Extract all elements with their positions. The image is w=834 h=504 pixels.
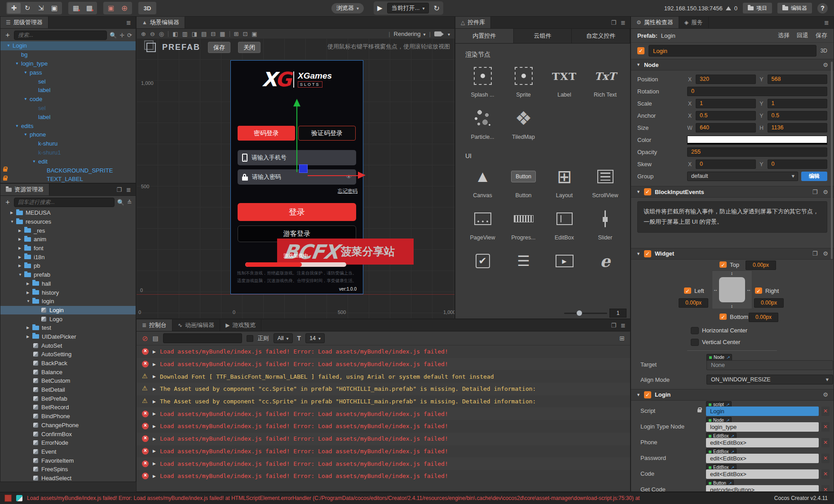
expand-arrow-icon[interactable] xyxy=(15,124,21,128)
expand-arrow-icon[interactable]: ▶ xyxy=(153,387,156,391)
lock-icon[interactable] xyxy=(3,177,7,181)
expand-arrow-icon[interactable] xyxy=(18,237,24,241)
asset-row[interactable]: BackPack xyxy=(0,359,136,368)
expand-arrow-icon[interactable]: ▶ xyxy=(153,424,156,429)
panel-menu-icon[interactable]: ≣ xyxy=(621,322,626,329)
asset-row[interactable]: history xyxy=(0,288,136,297)
panel-menu-icon[interactable]: ≣ xyxy=(824,19,829,26)
prefab-close-button[interactable]: 关闭 xyxy=(238,42,260,53)
tab-properties[interactable]: ⚙属性检查器 xyxy=(631,17,679,28)
gear-icon[interactable]: ⚙ xyxy=(823,189,828,195)
gizmo-x-arrow-icon[interactable] xyxy=(358,172,366,179)
size-h-field[interactable]: 1136 xyxy=(768,123,828,133)
assets-search-input[interactable] xyxy=(14,198,115,207)
scene-tool-icon[interactable] xyxy=(201,31,207,37)
widget-bottom-checkbox[interactable] xyxy=(719,314,727,320)
compile-status-icon[interactable] xyxy=(16,495,22,501)
library-widget-item[interactable]: Splash ... xyxy=(463,64,502,98)
search-icon[interactable]: 🔍 xyxy=(110,32,117,39)
font-size-dropdown[interactable]: 14 xyxy=(305,333,325,343)
inspector-scrollbar[interactable] xyxy=(831,62,833,259)
console-log-row[interactable]: ▶ Load assets/myBundle/index.js failed! … xyxy=(137,445,630,458)
asset-row[interactable]: _res xyxy=(0,226,136,235)
expand-arrow-icon[interactable]: ▶ xyxy=(153,474,156,478)
library-widget-item[interactable]: ScrollView xyxy=(586,165,624,199)
regex-checkbox[interactable] xyxy=(247,335,253,342)
create-node-button[interactable]: ＋ xyxy=(4,31,11,40)
expand-arrow-icon[interactable]: ▶ xyxy=(153,374,156,379)
property-value-field[interactable]: getcode<Button> xyxy=(706,485,819,492)
expand-arrow-icon[interactable] xyxy=(24,133,30,137)
library-widget-item[interactable]: TiledMap xyxy=(504,106,543,141)
transform-tool-button[interactable] xyxy=(48,3,61,13)
node-active-checkbox[interactable] xyxy=(637,47,644,54)
expand-arrow-icon[interactable] xyxy=(10,220,16,224)
console-log-row[interactable]: ▶ Load assets/myBundle/index.js failed! … xyxy=(137,407,630,420)
library-widget-item[interactable] xyxy=(586,249,624,283)
library-widget-item[interactable] xyxy=(504,249,543,283)
scene-canvas[interactable]: PREFAB 保存 关闭 使用鼠标右键平移视窗焦点，使用滚轮缩放视图 1,000… xyxy=(137,38,455,318)
expand-arrow-icon[interactable] xyxy=(26,291,32,295)
hierarchy-node-row[interactable]: k-shuru xyxy=(0,139,136,148)
expand-arrow-icon[interactable] xyxy=(18,246,24,250)
smscode-login-tab-button[interactable]: 验证码登录 xyxy=(298,126,356,141)
asset-row[interactable]: resources xyxy=(0,217,136,226)
scene-tool-icon[interactable] xyxy=(229,31,230,37)
color-swatch[interactable] xyxy=(687,136,827,145)
asset-row[interactable]: login xyxy=(0,297,136,306)
property-value-field[interactable]: edit<EditBox> xyxy=(706,438,819,447)
expand-arrow-icon[interactable] xyxy=(26,299,32,303)
console-log-row[interactable]: ▶ Load assets/myBundle/index.js failed! … xyxy=(137,420,630,433)
asset-row[interactable]: i18n xyxy=(0,252,136,261)
console-status-icon[interactable] xyxy=(4,495,12,502)
forgot-password-link[interactable]: 忘记密码 xyxy=(338,188,357,195)
hierarchy-node-row[interactable]: sel xyxy=(0,77,136,86)
console-log-row[interactable]: ▶ Load assets/myBundle/index.js failed! … xyxy=(137,433,630,445)
library-widget-item[interactable] xyxy=(463,249,502,283)
expand-arrow-icon[interactable] xyxy=(32,159,38,164)
lock-icon[interactable] xyxy=(3,168,7,172)
asset-row[interactable]: hall xyxy=(0,279,136,288)
tab-animation-editor[interactable]: ∿动画编辑器 xyxy=(172,319,220,331)
clear-value-icon[interactable]: ✕ xyxy=(821,485,830,492)
rendering-dropdown[interactable]: Rendering xyxy=(394,31,426,37)
gizmo-y-arrow-icon[interactable] xyxy=(293,99,300,106)
component-enabled-checkbox[interactable] xyxy=(644,188,651,195)
hierarchy-node-row[interactable]: pass xyxy=(0,68,136,77)
prefab-save-button[interactable]: 保存 xyxy=(208,42,230,53)
scene-tool-icon[interactable] xyxy=(159,31,164,37)
hierarchy-node-row[interactable]: edits xyxy=(0,121,136,130)
scene-tool-icon[interactable] xyxy=(141,31,146,37)
scene-tool-icon[interactable] xyxy=(220,31,225,37)
asset-row[interactable]: test xyxy=(0,323,136,332)
asset-row[interactable]: UIDatePicker xyxy=(0,332,136,341)
clear-console-icon[interactable]: ⊘ xyxy=(142,334,148,343)
hierarchy-node-row[interactable]: BACKGROUND_SPRITE xyxy=(0,166,136,175)
refresh-icon[interactable]: ↻ xyxy=(433,4,439,13)
hierarchy-tab[interactable]: ☰层级管理器 xyxy=(0,17,49,28)
library-widget-item[interactable]: Progres... xyxy=(504,207,543,241)
tab-console[interactable]: ≣控制台 xyxy=(137,319,172,331)
opacity-field[interactable]: 255 xyxy=(687,147,827,157)
library-widget-item[interactable]: Rich Text xyxy=(586,64,624,98)
coordinate-tool-button[interactable] xyxy=(104,3,118,13)
copy-icon[interactable]: ❐ xyxy=(812,250,818,257)
widget-right-checkbox[interactable] xyxy=(755,287,762,294)
asset-row[interactable]: font xyxy=(0,244,136,253)
hierarchy-node-row[interactable]: phone xyxy=(0,130,136,139)
expand-arrow-icon[interactable]: ▶ xyxy=(153,437,156,441)
asset-row[interactable]: ErrorNode xyxy=(0,438,136,447)
locate-icon[interactable]: ✛ xyxy=(119,32,124,39)
expand-arrow-icon[interactable]: ▶ xyxy=(153,349,156,354)
property-value-field[interactable]: Login xyxy=(706,407,819,416)
panel-menu-icon[interactable]: ≣ xyxy=(126,186,131,193)
scene-tool-icon[interactable] xyxy=(172,31,178,37)
login-section-header[interactable]: ▼ Login ⚙ xyxy=(631,389,834,401)
expand-arrow-icon[interactable] xyxy=(24,71,30,75)
library-widget-item[interactable]: Particle... xyxy=(463,106,502,141)
console-log-row[interactable]: ▶ Load assets/myBundle/index.js failed! … xyxy=(137,358,630,371)
gizmo-x-axis[interactable] xyxy=(308,175,358,176)
library-tab[interactable]: △控件库 xyxy=(455,17,491,28)
anchor-tool-button[interactable] xyxy=(69,3,83,13)
anchor-x-field[interactable]: 0.5 xyxy=(696,111,756,120)
